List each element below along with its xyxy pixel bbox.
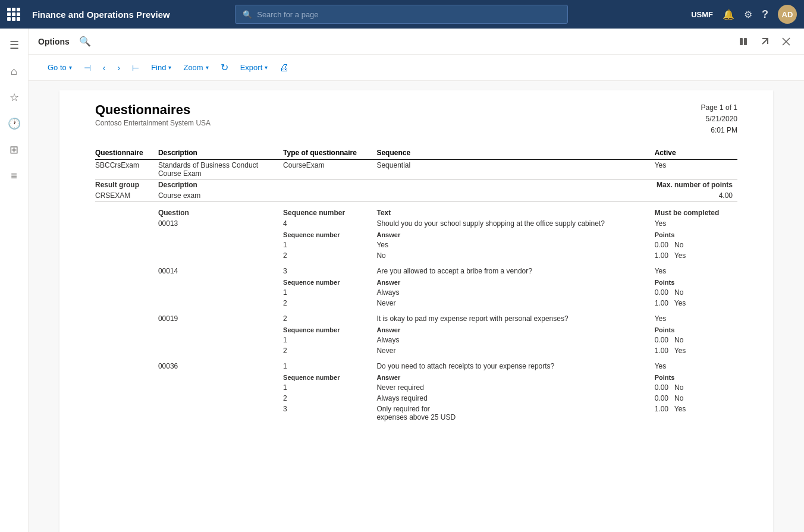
ans-points-00014-2: 1.00 Yes [655, 298, 737, 309]
zoom-chevron: ▾ [206, 64, 209, 71]
ans-points-00019-1: 0.00 No [655, 335, 737, 345]
answer-row-00014-2: 2 Never 1.00 Yes [95, 298, 737, 309]
ans-points-00013-2: 1.00 Yes [655, 250, 737, 261]
user-avatar[interactable]: AD [778, 5, 797, 24]
ans-text-00036-2: Always required [376, 393, 654, 404]
question-seq-00014: 3 [283, 261, 376, 276]
ah-seq-00013: Sequence number [283, 229, 376, 240]
report-toolbar: Go to ▾ ⊣ ‹ › ⊢ Find ▾ Zoom ▾ ↻ Export [29, 55, 804, 81]
ah-points-00013: Points [655, 229, 737, 240]
prev-first-button[interactable]: ⊣ [79, 61, 96, 75]
ans-text-00014-2: Never [376, 298, 654, 309]
ans-seq-00014-1: 1 [283, 287, 376, 298]
export-label: Export [240, 63, 263, 72]
question-id-00019: 00019 [158, 309, 283, 324]
ah-answer-00014: Answer [376, 276, 654, 287]
app-title: Finance and Operations Preview [32, 10, 170, 20]
print-button[interactable]: 🖨 [275, 60, 294, 75]
content-area: Options 🔍 [29, 29, 804, 532]
questionnaire-sequence: Sequential [376, 159, 654, 179]
question-seq-00036: 1 [283, 356, 376, 372]
rg-max-points: 4.00 [283, 190, 737, 202]
notification-icon[interactable]: 🔔 [723, 9, 734, 20]
app-grid-icon[interactable] [7, 8, 20, 21]
refresh-button[interactable]: ↻ [216, 59, 233, 75]
question-must-00036: Yes [655, 356, 737, 372]
find-label: Find [151, 63, 166, 72]
settings-icon[interactable]: ⚙ [744, 9, 752, 20]
next-last-button[interactable]: ⊢ [127, 61, 144, 75]
next-button[interactable]: › [112, 61, 125, 75]
questionnaire-id: SBCCrsExam [95, 159, 158, 179]
ah-points-00019: Points [655, 324, 737, 335]
report-date: 5/21/2020 [701, 114, 737, 125]
report-title: Questionnaires [95, 102, 211, 118]
ans-points-00013-1: 0.00 No [655, 240, 737, 250]
answer-row-00036-3: 3 Only required forexpenses above 25 USD… [95, 404, 737, 423]
col-active: Active [655, 146, 737, 160]
export-button[interactable]: Export ▾ [235, 61, 273, 74]
answer-header-00036: Sequence number Answer Points [95, 372, 737, 382]
options-search-icon[interactable]: 🔍 [79, 36, 91, 47]
rg-col-description: Description [158, 179, 283, 190]
question-header-row: Question Sequence number Text Must be co… [95, 201, 737, 218]
report-area: Go to ▾ ⊣ ‹ › ⊢ Find ▾ Zoom ▾ ↻ Export [29, 55, 804, 532]
question-must-00013: Yes [655, 218, 737, 229]
ans-seq-00036-2: 2 [283, 393, 376, 404]
ans-points-00019-2: 1.00 Yes [655, 345, 737, 356]
sidebar-modules-icon[interactable]: ≡ [2, 164, 26, 188]
prev-button[interactable]: ‹ [98, 61, 111, 75]
top-nav: Finance and Operations Preview 🔍 Search … [0, 0, 804, 29]
rg-description: Course exam [158, 190, 283, 202]
sidebar-recent-icon[interactable]: 🕐 [2, 112, 26, 136]
answer-header-00013: Sequence number Answer Points [95, 229, 737, 240]
ans-text-00013-2: No [376, 250, 654, 261]
question-id-00013: 00013 [158, 218, 283, 229]
page-number: Page 1 of 1 [701, 102, 737, 114]
search-icon: 🔍 [243, 10, 252, 19]
sidebar-favorites-icon[interactable]: ☆ [2, 86, 26, 109]
q-col-question: Question [158, 201, 283, 218]
sidebar-home-icon[interactable]: ⌂ [2, 59, 26, 83]
question-row-00014: 00014 3 Are you allowed to accept a brib… [95, 261, 737, 276]
answer-row-00036-2: 2 Always required 0.00 No [95, 393, 737, 404]
svg-rect-0 [740, 38, 743, 45]
question-id-00014: 00014 [158, 261, 283, 276]
question-row-00013: 00013 4 Should you do your school supply… [95, 218, 737, 229]
find-button[interactable]: Find ▾ [146, 61, 176, 74]
table-header-row: Questionnaire Description Type of questi… [95, 146, 737, 160]
question-text-00013: Should you do your school supply shoppin… [376, 218, 654, 229]
ans-points-00036-3: 1.00 Yes [655, 404, 737, 423]
questionnaire-description: Standards of Business ConductCourse Exam [158, 159, 283, 179]
ans-seq-00036-1: 1 [283, 382, 376, 393]
ah-seq-00019: Sequence number [283, 324, 376, 335]
zoom-button[interactable]: Zoom ▾ [178, 61, 213, 74]
sidebar-workspaces-icon[interactable]: ⊞ [2, 138, 26, 162]
ans-seq-00013-1: 1 [283, 240, 376, 250]
popout-icon[interactable] [756, 33, 773, 50]
company-label: USMF [691, 10, 713, 19]
close-icon[interactable] [778, 33, 794, 50]
find-chevron: ▾ [168, 64, 171, 71]
table-row: SBCCrsExam Standards of Business Conduct… [95, 159, 737, 179]
col-questionnaire: Questionnaire [95, 146, 158, 160]
answer-row-00019-2: 2 Never 1.00 Yes [95, 345, 737, 356]
question-seq-00019: 2 [283, 309, 376, 324]
goto-button[interactable]: Go to ▾ [43, 61, 77, 74]
sidebar-menu-icon[interactable]: ☰ [2, 33, 26, 57]
search-bar[interactable]: 🔍 Search for a page [235, 5, 568, 24]
ah-points-00014: Points [655, 276, 737, 287]
answer-row-00014-1: 1 Always 0.00 No [95, 287, 737, 298]
ans-points-00036-1: 0.00 No [655, 382, 737, 393]
export-chevron: ▾ [265, 64, 268, 71]
rg-col-result-group: Result group [95, 179, 158, 190]
help-icon[interactable]: ? [762, 8, 768, 21]
report-content: Questionnaires Contoso Entertainment Sys… [59, 90, 773, 532]
sidebar: ☰ ⌂ ☆ 🕐 ⊞ ≡ [0, 29, 29, 532]
zoom-label: Zoom [183, 63, 203, 72]
report-header: Questionnaires Contoso Entertainment Sys… [95, 102, 737, 137]
right-icons: USMF 🔔 ⚙ ? AD [691, 5, 797, 24]
ans-seq-00014-2: 2 [283, 298, 376, 309]
collapse-icon[interactable] [735, 33, 752, 50]
options-title: Options [38, 37, 70, 46]
